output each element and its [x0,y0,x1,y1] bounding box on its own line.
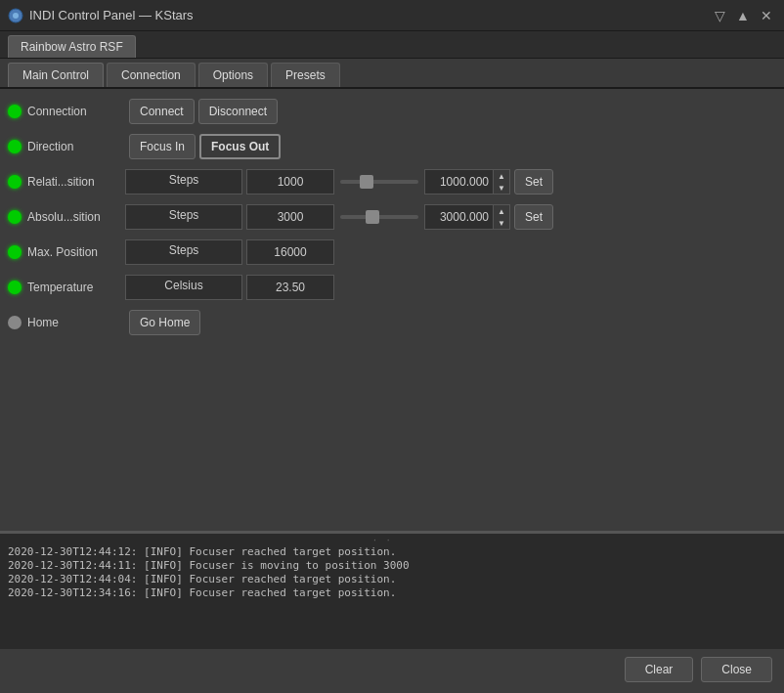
max-position-row: Max. Position Steps [8,238,776,267]
titlebar: INDI Control Panel — KStars ▽ ▲ ✕ [0,0,784,31]
connection-row: Connection Connect Disconnect [8,97,776,126]
focus-in-button[interactable]: Focus In [129,134,196,159]
home-label: Home [27,316,125,329]
relative-value-input[interactable] [246,169,334,195]
relative-spin-up[interactable]: ▲ [494,170,509,182]
max-position-unit: Steps [125,239,242,265]
direction-label: Direction [27,140,125,153]
relative-unit: Steps [125,169,242,195]
relative-position-row: Relati...sition Steps ▲ ▼ Set [8,167,776,196]
absolute-set-button[interactable]: Set [514,204,553,230]
temperature-unit: Celsius [125,275,242,300]
clear-button[interactable]: Clear [625,657,694,682]
absolute-label: Absolu...sition [27,210,125,224]
device-tab-bar: Rainbow Astro RSF [0,31,784,59]
relative-spin-arrows: ▲ ▼ [493,169,510,195]
temperature-status-dot [8,281,22,294]
max-position-status-dot [8,245,22,259]
tab-connection[interactable]: Connection [107,63,196,87]
window-title: INDI Control Panel — KStars [29,8,194,22]
device-tab-rainbow[interactable]: Rainbow Astro RSF [8,35,136,58]
relative-spinbox[interactable] [424,169,493,195]
app-icon [8,8,23,23]
titlebar-left: INDI Control Panel — KStars [8,8,194,23]
window-controls: ▽ ▲ ✕ [710,6,776,25]
temperature-label: Temperature [27,281,125,294]
tab-main-control[interactable]: Main Control [8,63,104,87]
direction-row: Direction Focus In Focus Out [8,132,776,161]
connect-button[interactable]: Connect [129,99,195,124]
relative-spin-down[interactable]: ▼ [494,182,509,194]
max-position-label: Max. Position [27,245,125,259]
temperature-value[interactable] [246,275,334,300]
absolute-position-row: Absolu...sition Steps ▲ ▼ Set [8,202,776,232]
log-area: · · · · · 2020-12-30T12:44:12: [INFO] Fo… [0,531,784,648]
log-line-3: 2020-12-30T12:34:16: [INFO] Focuser reac… [8,586,776,599]
log-line-1: 2020-12-30T12:44:11: [INFO] Focuser is m… [8,559,776,572]
absolute-spinbox[interactable] [424,204,493,230]
log-line-2: 2020-12-30T12:44:04: [INFO] Focuser reac… [8,573,776,585]
log-drag-handle[interactable]: · · · · · [372,534,412,540]
tab-presets[interactable]: Presets [271,63,340,87]
minimize-button[interactable]: ▽ [710,6,729,25]
main-content: Main Control Connection Options Presets … [0,59,784,689]
absolute-spin-down[interactable]: ▼ [494,217,509,229]
absolute-value-input[interactable] [246,204,334,230]
temperature-row: Temperature Celsius [8,273,776,302]
connection-label: Connection [27,105,125,118]
relative-slider[interactable] [340,180,418,184]
tab-options[interactable]: Options [198,63,268,87]
home-row: Home Go Home [8,308,776,337]
absolute-status-dot [8,210,22,224]
relative-status-dot [8,175,22,189]
bottom-bar: Clear Close [0,648,784,689]
absolute-slider[interactable] [340,215,418,219]
disconnect-button[interactable]: Disconnect [198,99,278,124]
direction-status-dot [8,140,22,153]
absolute-spin-up[interactable]: ▲ [494,205,509,217]
content-tab-bar: Main Control Connection Options Presets [0,59,784,89]
close-button[interactable]: Close [701,657,772,682]
max-position-value[interactable] [246,239,334,265]
panel-area: Connection Connect Disconnect Direction … [0,89,784,689]
home-status-dot [8,316,22,329]
absolute-spinbox-wrapper: ▲ ▼ [424,204,510,230]
relative-set-button[interactable]: Set [514,169,553,195]
go-home-button[interactable]: Go Home [129,310,200,335]
connection-status-dot [8,105,22,118]
log-line-0: 2020-12-30T12:44:12: [INFO] Focuser reac… [8,545,776,558]
restore-button[interactable]: ▲ [733,6,753,25]
relative-label: Relati...sition [27,175,125,189]
close-window-button[interactable]: ✕ [757,6,776,25]
svg-point-1 [13,13,19,19]
controls-section: Connection Connect Disconnect Direction … [0,89,784,531]
absolute-spin-arrows: ▲ ▼ [493,204,510,230]
focus-out-button[interactable]: Focus Out [199,134,281,159]
relative-spinbox-wrapper: ▲ ▼ [424,169,510,195]
absolute-unit: Steps [125,204,242,230]
